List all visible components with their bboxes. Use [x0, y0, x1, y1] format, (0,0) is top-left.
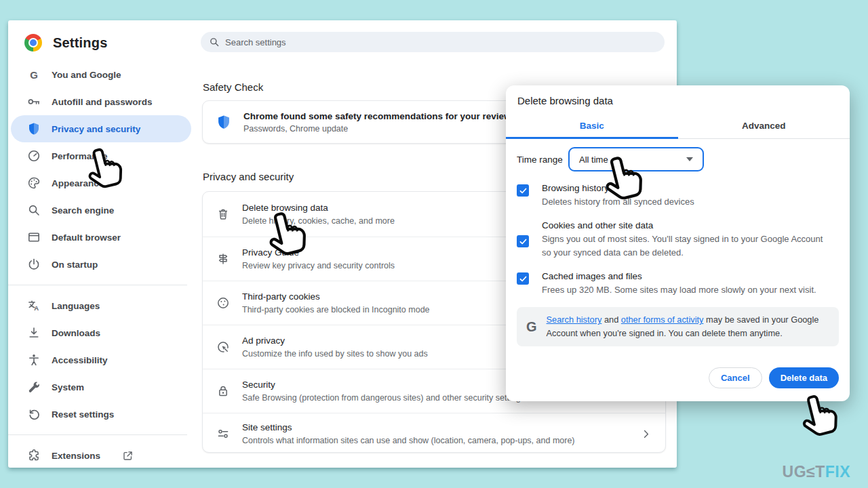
screenshot-stage: Settings G You and Google Autofill and p…	[0, 0, 868, 488]
list-item-text: Ad privacy Customize the info used by si…	[242, 336, 428, 359]
sidebar-item-languages[interactable]: A Languages	[8, 292, 198, 319]
list-item-text: Privacy Guide Review key privacy and sec…	[242, 247, 395, 270]
list-item-title: Site settings	[242, 422, 575, 432]
browsing-history-checkbox[interactable]	[517, 184, 529, 197]
ugetfix-watermark: UG≤TFIX	[783, 463, 850, 481]
time-range-dropdown[interactable]: All time	[568, 147, 704, 171]
google-g-icon: G	[27, 68, 41, 81]
cached-images-checkbox[interactable]	[517, 272, 529, 285]
google-account-note: G Search history and other forms of acti…	[517, 307, 839, 346]
list-item-subtitle: Controls what information sites can use …	[242, 436, 575, 445]
lock-icon	[216, 384, 230, 398]
cookie-icon	[216, 296, 230, 310]
checkbox-label: Cookies and other site data	[542, 220, 833, 230]
sidebar-item-reset-settings[interactable]: Reset settings	[8, 401, 198, 428]
dialog-buttons: Cancel Delete data	[517, 367, 839, 388]
sidebar-item-label: System	[52, 382, 84, 392]
open-in-new-icon	[121, 449, 134, 462]
sidebar-item-label: Performance	[52, 151, 108, 161]
checkbox-subtitle: Signs you out of most sites. You'll stay…	[542, 232, 833, 260]
sidebar-item-label: On startup	[52, 260, 98, 270]
sidebar-item-extensions[interactable]: Extensions	[8, 442, 198, 469]
other-forms-of-activity-link[interactable]: other forms of activity	[621, 314, 704, 325]
settings-header: Settings	[8, 31, 198, 61]
sidebar-item-system[interactable]: System	[8, 373, 198, 401]
search-icon	[209, 37, 220, 47]
search-input[interactable]	[225, 37, 656, 47]
download-icon	[27, 326, 41, 340]
privacy-section-heading: Privacy and security	[203, 171, 294, 182]
page-title: Settings	[53, 35, 108, 51]
sidebar-item-label: You and Google	[52, 70, 121, 80]
search-history-link[interactable]: Search history	[547, 314, 602, 325]
watermark-text: T	[815, 463, 825, 481]
sidebar-divider	[8, 285, 187, 285]
safety-shield-icon	[216, 115, 231, 129]
ad-privacy-icon	[216, 340, 230, 354]
sidebar-item-label: Privacy and security	[52, 124, 140, 134]
sidebar-item-privacy-and-security[interactable]: Privacy and security	[11, 115, 191, 142]
sidebar-item-autofill[interactable]: Autofill and passwords	[8, 88, 198, 115]
puzzle-icon	[27, 449, 41, 462]
sidebar-item-accessibility[interactable]: Accessibility	[8, 346, 198, 373]
list-item-title: Third-party cookies	[242, 291, 430, 302]
sidebar-divider	[8, 434, 187, 435]
sidebar-item-downloads[interactable]: Downloads	[8, 319, 198, 346]
time-range-label: Time range	[517, 155, 568, 165]
list-item-site-settings[interactable]: Site settings Controls what information …	[203, 413, 665, 453]
tab-basic[interactable]: Basic	[506, 113, 678, 138]
checkbox-text: Cookies and other site data Signs you ou…	[542, 220, 833, 260]
checkbox-row-cached-images: Cached images and files Frees up 320 MB.…	[517, 271, 839, 297]
sidebar-item-label: Accessibility	[52, 355, 108, 365]
settings-sidebar: Settings G You and Google Autofill and p…	[8, 20, 198, 468]
sidebar-item-default-browser[interactable]: Default browser	[8, 224, 198, 251]
translate-icon: A	[27, 299, 41, 312]
sidebar-item-performance[interactable]: Performance	[8, 142, 198, 169]
list-item-title: Privacy Guide	[242, 247, 395, 258]
list-item-text: Security Safe Browsing (protection from …	[242, 380, 525, 403]
palette-icon	[27, 176, 41, 190]
checkbox-text: Browsing history Deletes history from al…	[542, 183, 694, 209]
dialog-body: Time range All time Browsing history Del…	[506, 147, 850, 388]
wrench-icon	[27, 380, 41, 394]
svg-text:A: A	[34, 304, 39, 312]
delete-browsing-data-dialog: Delete browsing data Basic Advanced Time…	[506, 85, 850, 401]
sidebar-item-label: Autofill and passwords	[52, 97, 153, 107]
sidebar-item-label: Downloads	[52, 328, 100, 338]
list-item-subtitle: Safe Browsing (protection from dangerous…	[242, 393, 525, 403]
checkbox-row-cookies: Cookies and other site data Signs you ou…	[517, 220, 839, 260]
sidebar-item-label: Appearance	[52, 178, 104, 188]
list-item-subtitle: Delete history, cookies, cache, and more	[242, 216, 395, 226]
dialog-title: Delete browsing data	[506, 85, 850, 106]
cancel-button[interactable]: Cancel	[709, 367, 762, 388]
tab-advanced[interactable]: Advanced	[678, 113, 850, 138]
accessibility-person-icon	[27, 353, 41, 367]
dialog-tabs: Basic Advanced	[506, 113, 850, 139]
checkbox-subtitle: Frees up 320 MB. Some sites may load mor…	[542, 283, 816, 297]
settings-search-bar[interactable]	[201, 32, 665, 52]
cookies-checkbox[interactable]	[517, 235, 529, 247]
check-icon	[520, 277, 526, 281]
watermark-text: FIX	[825, 463, 850, 481]
list-item-title: Ad privacy	[242, 336, 428, 346]
sidebar-item-appearance[interactable]: Appearance	[8, 169, 198, 197]
safety-card-subtitle: Passwords, Chrome update	[243, 124, 511, 134]
sidebar-item-you-and-google[interactable]: G You and Google	[8, 61, 198, 88]
safety-card-text: Chrome found some safety recommendations…	[243, 111, 511, 134]
time-range-row: Time range All time	[517, 147, 839, 171]
shield-icon	[27, 122, 41, 136]
sidebar-item-on-startup[interactable]: On startup	[8, 251, 198, 278]
sidebar-item-label: Default browser	[52, 232, 121, 243]
chrome-logo-icon	[24, 34, 42, 52]
delete-data-button[interactable]: Delete data	[769, 367, 839, 388]
time-range-value: All time	[579, 155, 608, 165]
sidebar-item-label: Reset settings	[52, 409, 114, 420]
signpost-icon	[216, 252, 230, 266]
sidebar-item-search-engine[interactable]: Search engine	[8, 197, 198, 224]
google-g-icon: G	[526, 319, 537, 335]
safety-check-heading: Safety Check	[203, 81, 263, 93]
check-icon	[520, 239, 526, 243]
list-item-subtitle: Review key privacy and security controls	[242, 261, 395, 270]
list-item-title: Delete browsing data	[242, 203, 395, 213]
note-text-segment: and	[601, 314, 620, 325]
